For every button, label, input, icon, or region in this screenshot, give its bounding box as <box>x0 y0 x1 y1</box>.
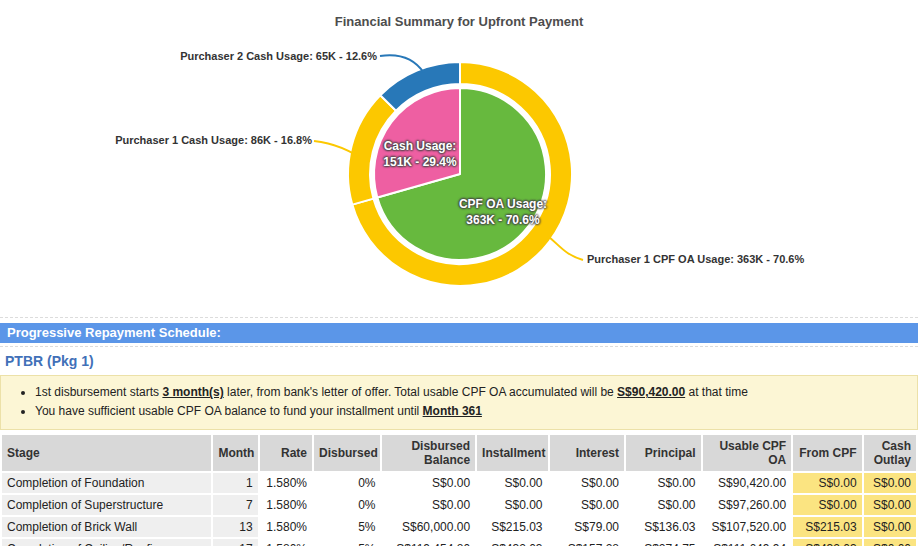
cell-installment: S$215.03 <box>477 517 547 537</box>
cell-cash-outlay: S$0.00 <box>864 495 916 515</box>
cell-cash-outlay: S$0.00 <box>864 539 916 546</box>
cell-principal: S$136.03 <box>626 517 701 537</box>
col-header-disbursed: Disbursed <box>314 435 380 471</box>
cell-rate: 1.580% <box>260 517 312 537</box>
note1-post: at that time <box>685 385 748 399</box>
donut-slices <box>348 62 572 286</box>
callout-purchaser1-cash: Purchaser 1 Cash Usage: 86K - 16.8% <box>115 134 312 146</box>
col-header-disbursed-balance: Disbursed Balance <box>382 435 475 471</box>
cell-disbursed-balance: S$0.00 <box>382 495 475 515</box>
cell-interest: S$0.00 <box>550 495 625 515</box>
cell-rate: 1.580% <box>260 473 312 493</box>
financial-summary-chart: Financial Summary for Upfront Payment Pu… <box>0 0 918 317</box>
section-header-progressive-repayment: Progressive Repayment Schedule: <box>0 323 918 343</box>
table-row: Completion of Superstructure 7 1.580% 0%… <box>2 495 916 515</box>
cell-usable-cpf-oa: S$90,420.00 <box>703 473 792 493</box>
cell-usable-cpf-oa: S$97,260.00 <box>703 495 792 515</box>
note1-pre: 1st disbursement starts <box>35 385 162 399</box>
cell-disbursed: 5% <box>314 517 380 537</box>
cell-installment: S$0.00 <box>477 495 547 515</box>
cell-rate: 1.580% <box>260 495 312 515</box>
note-sufficiency: You have sufficient usable CPF OA balanc… <box>35 402 907 421</box>
col-header-principal: Principal <box>626 435 701 471</box>
note1-em1: 3 month(s) <box>162 385 223 399</box>
cell-from-cpf: S$215.03 <box>793 517 861 537</box>
cell-disbursed: 0% <box>314 495 380 515</box>
cell-interest: S$157.28 <box>550 539 625 546</box>
inner-label-cpf-line1: CPF OA Usage: <box>428 196 578 212</box>
note1-em2: S$90,420.00 <box>617 385 685 399</box>
cell-installment: S$0.00 <box>477 473 547 493</box>
notes-list: 1st disbursement starts 3 month(s) later… <box>11 383 907 421</box>
table-row: Completion of Ceiling/Roofing 17 1.580% … <box>2 539 916 546</box>
cell-usable-cpf-oa: S$111,649.94 <box>703 539 792 546</box>
leader-line-purchaser1-cpf <box>549 237 583 260</box>
cell-month: 17 <box>213 539 257 546</box>
package-title: PTBR (Pkg 1) <box>0 347 918 375</box>
callout-purchaser1-cpf: Purchaser 1 CPF OA Usage: 363K - 70.6% <box>587 253 804 265</box>
note2-em1: Month 361 <box>423 404 482 418</box>
cell-stage: Completion of Ceiling/Roofing <box>2 539 211 546</box>
col-header-rate: Rate <box>260 435 312 471</box>
inner-label-cash-usage: Cash Usage: 151K - 29.4% <box>345 138 495 170</box>
cell-cash-outlay: S$0.00 <box>864 517 916 537</box>
table-header-row: Stage Month Rate Disbursed Disbursed Bal… <box>2 435 916 471</box>
cell-from-cpf: S$0.00 <box>793 495 861 515</box>
cell-disbursed: 0% <box>314 473 380 493</box>
inner-label-cpf-usage: CPF OA Usage: 363K - 70.6% <box>428 196 578 228</box>
cell-stage: Completion of Superstructure <box>2 495 211 515</box>
col-header-from-cpf: From CPF <box>793 435 861 471</box>
cell-disbursed-balance: S$119,454.80 <box>382 539 475 546</box>
col-header-usable-cpf-oa: Usable CPF OA <box>703 435 792 471</box>
notes-box: 1st disbursement starts 3 month(s) later… <box>0 375 918 430</box>
dashed-divider-top <box>0 317 918 318</box>
cell-from-cpf: S$0.00 <box>793 473 861 493</box>
cell-month: 13 <box>213 517 257 537</box>
cell-installment: S$432.03 <box>477 539 547 546</box>
cell-from-cpf: S$432.03 <box>793 539 861 546</box>
cell-interest: S$0.00 <box>550 473 625 493</box>
repayment-schedule-table: Stage Month Rate Disbursed Disbursed Bal… <box>0 433 918 546</box>
cell-rate: 1.580% <box>260 539 312 546</box>
cell-usable-cpf-oa: S$107,520.00 <box>703 517 792 537</box>
cell-month: 7 <box>213 495 257 515</box>
cell-month: 1 <box>213 473 257 493</box>
col-header-stage: Stage <box>2 435 211 471</box>
col-header-installment: Installment <box>477 435 547 471</box>
inner-label-cash-line2: 151K - 29.4% <box>345 154 495 170</box>
cell-principal: S$0.00 <box>626 495 701 515</box>
cell-disbursed-balance: S$0.00 <box>382 473 475 493</box>
note1-mid: later, from bank's letter of offer. Tota… <box>224 385 617 399</box>
callout-purchaser2-cash: Purchaser 2 Cash Usage: 65K - 12.6% <box>180 50 377 62</box>
cell-disbursed: 5% <box>314 539 380 546</box>
cell-stage: Completion of Foundation <box>2 473 211 493</box>
table-row: Completion of Brick Wall 13 1.580% 5% S$… <box>2 517 916 537</box>
cell-cash-outlay: S$0.00 <box>864 473 916 493</box>
inner-label-cpf-line2: 363K - 70.6% <box>428 212 578 228</box>
cell-stage: Completion of Brick Wall <box>2 517 211 537</box>
col-header-month: Month <box>213 435 257 471</box>
cell-interest: S$79.00 <box>550 517 625 537</box>
table-row: Completion of Foundation 1 1.580% 0% S$0… <box>2 473 916 493</box>
inner-label-cash-line1: Cash Usage: <box>345 138 495 154</box>
col-header-interest: Interest <box>550 435 625 471</box>
col-header-cash-outlay: Cash Outlay <box>864 435 916 471</box>
note2-pre: You have sufficient usable CPF OA balanc… <box>35 404 423 418</box>
cell-principal: S$274.75 <box>626 539 701 546</box>
cell-principal: S$0.00 <box>626 473 701 493</box>
note-disbursement: 1st disbursement starts 3 month(s) later… <box>35 383 907 402</box>
cell-disbursed-balance: S$60,000.00 <box>382 517 475 537</box>
